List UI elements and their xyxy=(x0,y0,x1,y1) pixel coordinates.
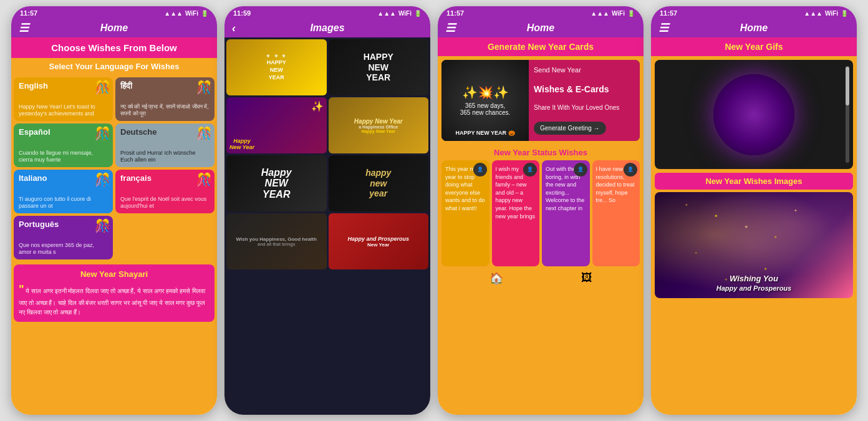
hamburger-icon-3[interactable]: ☰ xyxy=(445,21,455,35)
image-card-7[interactable]: Wish you Happiness, Good health and all … xyxy=(226,213,327,269)
emoji-hindi: 🎊 xyxy=(196,80,212,95)
nav-bar-4: ☰ Home xyxy=(651,19,857,37)
gif-display xyxy=(655,60,853,169)
avatar-2: 👤 xyxy=(523,163,537,177)
avatar-4: 👤 xyxy=(624,163,637,177)
gen-cards-banner: Generate New Year Cards xyxy=(438,37,644,56)
wish-card-2[interactable]: 👤 I wish my friends and family – new and… xyxy=(492,160,540,266)
nav-title-4: Home xyxy=(740,22,768,34)
battery-icon-3: 🔋 xyxy=(627,10,635,17)
lang-card-english[interactable]: English Happy New Year! Let's toast to y… xyxy=(14,77,113,121)
gif-scrollbar[interactable] xyxy=(846,66,849,163)
wishes-ecards-text: Wishes & E-Cards xyxy=(534,84,635,94)
hamburger-icon-4[interactable]: ☰ xyxy=(658,21,668,35)
wish-card-4[interactable]: 👤 I have new resolutions, decided to tre… xyxy=(592,160,640,266)
happy-ny-label: HAPPY NEW YEAR 🎃 xyxy=(441,126,529,137)
phone-2: 11:59 ▲▲▲ WiFi 🔋 ‹ Images ✦ ✦ ✦ HAPPYNEW… xyxy=(224,6,430,415)
shayari-title: New Year Shayari xyxy=(19,269,210,279)
phone-1: 11:57 ▲▲▲ WiFi 🔋 ☰ Home Choose Wishes Fr… xyxy=(11,6,217,415)
lang-card-hindi[interactable]: हिंदी नए वर्ष की नई प्रभा में, सपनें संज… xyxy=(115,77,215,121)
status-icons-2: ▲▲▲ WiFi 🔋 xyxy=(377,10,422,17)
phone2-body: ✦ ✦ ✦ HAPPYNEWYEAR HAPPYNEWYEAR HappyNew… xyxy=(224,37,430,415)
back-arrow-icon[interactable]: ‹ xyxy=(232,22,236,35)
gif-scrollbar-thumb xyxy=(846,67,849,105)
nav-bar-1: ☰ Home xyxy=(11,19,217,37)
status-wishes-title: New Year Status Wishes xyxy=(441,145,640,160)
signal-icon-2: ▲▲▲ xyxy=(377,10,396,17)
share-text: Share It With Your Loved Ones xyxy=(534,104,635,111)
gallery-tab-icon[interactable]: 🖼 xyxy=(581,271,592,285)
nav-bar-2: ‹ Images xyxy=(224,19,430,37)
phone-4: 11:57 ▲▲▲ WiFi 🔋 ☰ Home New Year Gifs Ne xyxy=(651,6,857,415)
emoji-italiano: 🎊 xyxy=(95,172,110,187)
phone4-body: New Year Gifs New Year Wishes Images ✦ ★… xyxy=(651,37,857,415)
lang-card-deutsche[interactable]: Deutsche Prosit und Hurra! Ich wünsche E… xyxy=(115,123,215,167)
choose-wishes-banner: Choose Wishes From Below xyxy=(11,37,217,58)
nav-title-3: Home xyxy=(527,22,554,34)
time-3: 11:57 xyxy=(446,9,464,17)
phones-container: 11:57 ▲▲▲ WiFi 🔋 ☰ Home Choose Wishes Fr… xyxy=(5,0,863,421)
gif-purple-orb xyxy=(713,74,794,155)
signal-icon-4: ▲▲▲ xyxy=(804,10,822,17)
lang-card-italiano[interactable]: Italiano Ti auguro con tutto il cuore di… xyxy=(14,170,113,213)
nav-title-2: Images xyxy=(310,22,344,34)
status-wishes-section: New Year Status Wishes 👤 This year my ye… xyxy=(438,145,644,266)
emoji-portugues: 🎊 xyxy=(95,218,110,233)
bottom-bar-3: 🏠 🖼 xyxy=(438,266,644,290)
status-icons-3: ▲▲▲ WiFi 🔋 xyxy=(591,10,635,17)
hamburger-icon[interactable]: ☰ xyxy=(19,21,29,35)
lang-card-portugues[interactable]: Português Que nos esperem 365 de paz, am… xyxy=(14,216,113,259)
time-2: 11:59 xyxy=(233,9,251,17)
ny-gifs-banner: New Year Gifs xyxy=(651,37,857,56)
wifi-icon-2: WiFi xyxy=(398,10,412,17)
battery-icon: 🔋 xyxy=(201,10,208,17)
status-icons-4: ▲▲▲ WiFi 🔋 xyxy=(804,10,848,17)
shayari-text: " ये साल अगर इतनी मोहलत दिलवा जाए तो अच्… xyxy=(19,281,210,317)
image-card-8[interactable]: Happy and Prosperous New Year xyxy=(329,213,429,269)
wishes-images-area[interactable]: ✦ ★ ✦ ★ ✦ ★ ✦ ✦ Wishing You Happy and Pr… xyxy=(655,192,853,298)
image-card-6[interactable]: happynewyear xyxy=(329,155,429,211)
send-ny-text: Send New Year xyxy=(534,66,635,74)
time-1: 11:57 xyxy=(20,9,37,17)
nav-title-1: Home xyxy=(100,22,128,34)
wishes-cards-row: 👤 This year my year to stop doing what e… xyxy=(441,160,640,266)
shayari-section: New Year Shayari " ये साल अगर इतनी मोहलत… xyxy=(14,264,215,322)
wifi-icon: WiFi xyxy=(185,10,198,17)
wifi-icon-4: WiFi xyxy=(825,10,838,17)
select-language-banner: Select Your Language For Wishes xyxy=(11,58,217,75)
battery-icon-4: 🔋 xyxy=(841,10,848,17)
image-card-3[interactable]: HappyNew Year ✨ xyxy=(226,97,327,153)
battery-icon-2: 🔋 xyxy=(414,10,422,17)
wifi-icon-3: WiFi xyxy=(612,10,625,17)
status-icons-1: ▲▲▲ WiFi 🔋 xyxy=(164,10,208,17)
greeting-left: ✨💥✨ 365 new days,365 new chances. HAPPY … xyxy=(441,60,529,141)
home-tab-icon[interactable]: 🏠 xyxy=(489,271,503,285)
status-bar-2: 11:59 ▲▲▲ WiFi 🔋 xyxy=(224,6,430,19)
images-grid: ✦ ✦ ✦ HAPPYNEWYEAR HAPPYNEWYEAR HappyNew… xyxy=(224,37,430,271)
avatar-3: 👤 xyxy=(574,163,587,177)
nav-bar-3: ☰ Home xyxy=(438,19,644,37)
image-card-4[interactable]: Happy New Year a Happiness Office Happy … xyxy=(329,97,429,153)
wish-card-3[interactable]: 👤 Out with the old boring, in with the n… xyxy=(542,160,590,266)
image-card-1[interactable]: ✦ ✦ ✦ HAPPYNEWYEAR xyxy=(226,39,327,95)
lang-card-francais[interactable]: français Que l'esprit de Noël soit avec … xyxy=(115,170,215,213)
avatar-1: 👤 xyxy=(473,163,487,177)
stars-overlay xyxy=(655,192,853,298)
signal-icon-3: ▲▲▲ xyxy=(591,10,609,17)
emoji-english: 🎊 xyxy=(95,80,110,95)
greeting-right: Send New Year Wishes & E-Cards Share It … xyxy=(529,60,640,141)
emoji-deutsche: 🎊 xyxy=(196,126,212,141)
phone-3: 11:57 ▲▲▲ WiFi 🔋 ☰ Home Generate New Yea… xyxy=(438,6,644,415)
wish-card-1[interactable]: 👤 This year my year to stop doing what e… xyxy=(441,160,489,266)
generate-greeting-button[interactable]: Generate Greeting → xyxy=(534,122,606,135)
phone3-body: Generate New Year Cards ✨💥✨ 365 new days… xyxy=(438,37,644,415)
image-card-5[interactable]: HappyNEWYEAR xyxy=(226,155,327,211)
phone1-body: Choose Wishes From Below Select Your Lan… xyxy=(11,37,217,415)
emoji-francais: 🎊 xyxy=(196,172,212,187)
image-card-2[interactable]: HAPPYNEWYEAR xyxy=(329,39,429,95)
status-bar-4: 11:57 ▲▲▲ WiFi 🔋 xyxy=(651,6,857,19)
ny-wishes-images-title: New Year Wishes Images xyxy=(655,173,853,190)
language-grid: English Happy New Year! Let's toast to y… xyxy=(11,75,217,262)
time-4: 11:57 xyxy=(660,9,677,17)
lang-card-espanol[interactable]: Español Cuando te llegue mi mensaje, cie… xyxy=(14,123,113,167)
